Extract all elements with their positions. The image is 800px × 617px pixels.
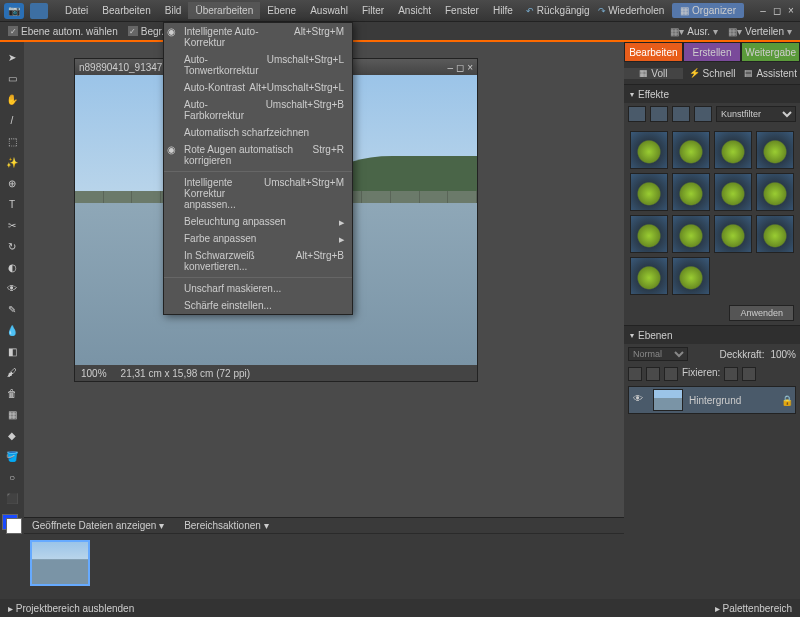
minimize-button[interactable]: – bbox=[758, 5, 768, 16]
close-button[interactable]: × bbox=[786, 5, 796, 16]
effect-thumbnail[interactable] bbox=[756, 173, 794, 211]
palette-bin-button[interactable]: ▸ Palettenbereich bbox=[715, 603, 792, 614]
subtab-assist[interactable]: ▤ Assistent bbox=[741, 68, 800, 79]
auto-select-layer-checkbox[interactable]: Ebene autom. wählen bbox=[8, 26, 118, 37]
background-color[interactable] bbox=[6, 518, 22, 534]
tab-edit[interactable]: Bearbeiten bbox=[624, 42, 683, 62]
tab-share[interactable]: Weitergabe bbox=[741, 42, 800, 62]
layer-mask-icon[interactable] bbox=[646, 367, 660, 381]
effect-thumbnail[interactable] bbox=[714, 131, 752, 169]
lock-pixels-icon[interactable] bbox=[724, 367, 738, 381]
menu-auswahl[interactable]: Auswahl bbox=[303, 2, 355, 19]
new-layer-icon[interactable] bbox=[628, 367, 642, 381]
menuitem[interactable]: Intelligente Korrektur anpassen...Umscha… bbox=[164, 174, 352, 213]
tool-icon[interactable]: / bbox=[3, 111, 21, 129]
tool-icon[interactable]: T bbox=[3, 195, 21, 213]
doc-maximize-button[interactable]: ◻ bbox=[456, 62, 464, 73]
menu-überarbeiten[interactable]: Überarbeiten bbox=[188, 2, 260, 19]
effect-thumbnail[interactable] bbox=[672, 131, 710, 169]
layer-row-background[interactable]: 👁 Hintergrund 🔒 bbox=[628, 386, 796, 414]
maximize-button[interactable]: ◻ bbox=[772, 5, 782, 16]
tool-icon[interactable]: ⊕ bbox=[3, 174, 21, 192]
effect-thumbnail[interactable] bbox=[630, 257, 668, 295]
bin-actions-dropdown[interactable]: Bereichsaktionen ▾ bbox=[184, 520, 269, 531]
effect-thumbnail[interactable] bbox=[630, 131, 668, 169]
menu-filter[interactable]: Filter bbox=[355, 2, 391, 19]
menuitem[interactable]: Schärfe einstellen... bbox=[164, 297, 352, 314]
menu-ebene[interactable]: Ebene bbox=[260, 2, 303, 19]
project-thumbnail[interactable] bbox=[30, 540, 90, 586]
tool-icon[interactable]: ✋ bbox=[3, 90, 21, 108]
effects-category-2-icon[interactable] bbox=[650, 106, 668, 122]
tool-icon[interactable]: ◐ bbox=[3, 258, 21, 276]
effect-thumbnail[interactable] bbox=[630, 173, 668, 211]
menuitem[interactable]: Auto-TonwertkorrekturUmschalt+Strg+L bbox=[164, 51, 352, 79]
effect-thumbnail[interactable] bbox=[672, 173, 710, 211]
effects-category-4-icon[interactable] bbox=[694, 106, 712, 122]
apply-button[interactable]: Anwenden bbox=[729, 305, 794, 321]
menuitem[interactable]: ◉Intelligente Auto-KorrekturAlt+Strg+M bbox=[164, 23, 352, 51]
tool-icon[interactable]: ○ bbox=[3, 468, 21, 486]
menu-fenster[interactable]: Fenster bbox=[438, 2, 486, 19]
opacity-value[interactable]: 100% bbox=[770, 349, 796, 360]
tool-icon[interactable]: ➤ bbox=[3, 48, 21, 66]
layer-name[interactable]: Hintergrund bbox=[689, 395, 741, 406]
effect-thumbnail[interactable] bbox=[714, 215, 752, 253]
tool-icon[interactable]: ⬛ bbox=[3, 489, 21, 507]
layers-panel-header[interactable]: Ebenen bbox=[624, 326, 800, 344]
menuitem[interactable]: Auto-KontrastAlt+Umschalt+Strg+L bbox=[164, 79, 352, 96]
menuitem[interactable]: In Schwarzweiß konvertieren...Alt+Strg+B bbox=[164, 247, 352, 275]
blend-mode-select[interactable]: Normal bbox=[628, 347, 688, 361]
effect-thumbnail[interactable] bbox=[672, 215, 710, 253]
effect-thumbnail[interactable] bbox=[756, 131, 794, 169]
tool-icon[interactable]: ↻ bbox=[3, 237, 21, 255]
doc-minimize-button[interactable]: – bbox=[448, 62, 454, 73]
hide-project-bin-button[interactable]: ▸ Projektbereich ausblenden bbox=[8, 603, 134, 614]
subtab-full[interactable]: ▦ Voll bbox=[624, 68, 683, 79]
layer-fx-icon[interactable] bbox=[664, 367, 678, 381]
menu-bearbeiten[interactable]: Bearbeiten bbox=[95, 2, 157, 19]
menuitem[interactable]: Automatisch scharfzeichnen bbox=[164, 124, 352, 141]
menu-datei[interactable]: Datei bbox=[58, 2, 95, 19]
effect-thumbnail[interactable] bbox=[756, 215, 794, 253]
layer-thumbnail[interactable] bbox=[653, 389, 683, 411]
tab-create[interactable]: Erstellen bbox=[683, 42, 742, 62]
organizer-button[interactable]: ▦ Organizer bbox=[672, 3, 744, 18]
tool-icon[interactable]: ✨ bbox=[3, 153, 21, 171]
tool-icon[interactable]: ◧ bbox=[3, 342, 21, 360]
effect-thumbnail[interactable] bbox=[714, 173, 752, 211]
menuitem[interactable]: Auto-FarbkorrekturUmschalt+Strg+B bbox=[164, 96, 352, 124]
tool-icon[interactable]: 🪣 bbox=[3, 447, 21, 465]
visibility-icon[interactable]: 👁 bbox=[633, 393, 647, 407]
menu-hilfe[interactable]: Hilfe bbox=[486, 2, 520, 19]
undo-button[interactable]: ↶ Rückgängig bbox=[526, 5, 589, 16]
tool-icon[interactable]: ◆ bbox=[3, 426, 21, 444]
menu-bild[interactable]: Bild bbox=[158, 2, 189, 19]
menuitem[interactable]: ◉Rote Augen automatisch korrigierenStrg+… bbox=[164, 141, 352, 169]
menu-ansicht[interactable]: Ansicht bbox=[391, 2, 438, 19]
doc-close-button[interactable]: × bbox=[467, 62, 473, 73]
effects-panel-header[interactable]: Effekte bbox=[624, 85, 800, 103]
menuitem[interactable]: Unscharf maskieren... bbox=[164, 280, 352, 297]
tool-icon[interactable]: ⬚ bbox=[3, 132, 21, 150]
effect-thumbnail[interactable] bbox=[630, 215, 668, 253]
tool-icon[interactable]: ▦ bbox=[3, 405, 21, 423]
tool-icon[interactable]: 👁 bbox=[3, 279, 21, 297]
subtab-quick[interactable]: ⚡ Schnell bbox=[683, 68, 742, 79]
effects-category-3-icon[interactable] bbox=[672, 106, 690, 122]
lock-all-icon[interactable] bbox=[742, 367, 756, 381]
align-dropdown[interactable]: ▦▾ Ausr. ▾ bbox=[670, 26, 718, 37]
home-icon[interactable] bbox=[30, 3, 48, 19]
effect-thumbnail[interactable] bbox=[672, 257, 710, 295]
tool-icon[interactable]: ✎ bbox=[3, 300, 21, 318]
tool-icon[interactable]: ▭ bbox=[3, 69, 21, 87]
menuitem[interactable]: Farbe anpassen bbox=[164, 230, 352, 247]
effects-category-1-icon[interactable] bbox=[628, 106, 646, 122]
effects-filter-select[interactable]: Kunstfilter bbox=[716, 106, 796, 122]
tool-icon[interactable]: 🖌 bbox=[3, 363, 21, 381]
zoom-level[interactable]: 100% bbox=[81, 368, 107, 379]
menuitem[interactable]: Beleuchtung anpassen bbox=[164, 213, 352, 230]
redo-button[interactable]: ↷ Wiederholen bbox=[598, 5, 665, 16]
app-logo-icon[interactable]: 📷 bbox=[4, 3, 24, 19]
tool-icon[interactable]: 💧 bbox=[3, 321, 21, 339]
